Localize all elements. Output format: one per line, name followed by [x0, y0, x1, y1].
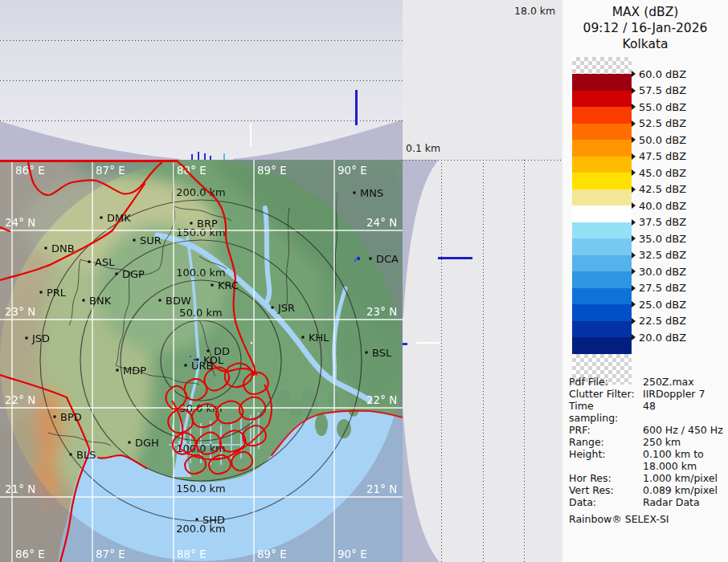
city-dot [370, 258, 372, 260]
tick-label: 40.0 dBZ [639, 200, 686, 212]
radar-echo-projection [438, 257, 472, 259]
tick-label: 50.0 dBZ [639, 134, 686, 146]
latitude-label: 23° N [366, 305, 397, 318]
latitude-label: 23° N [5, 305, 35, 318]
colorbar-tick: 47.5 dBZ [632, 150, 686, 163]
city-label: KHL [309, 332, 329, 344]
tick-label: 30.0 dBZ [639, 266, 686, 278]
city-dot [83, 299, 85, 302]
colorbar-tick: 27.5 dBZ [632, 282, 686, 295]
city-label: BPD [60, 411, 82, 423]
colorbar-tick: 52.5 dBZ [632, 117, 686, 130]
metadata-value: 250Z.max [643, 376, 726, 388]
tick-label: 42.5 dBZ [639, 183, 686, 195]
tick-arrow-icon [632, 235, 636, 242]
city-label: SUR [140, 234, 162, 246]
ppi-map: 50.0 km50.0 km100.0 km100.0 km150.0 km15… [0, 160, 403, 562]
city-label: DGP [122, 268, 145, 280]
tick-arrow-icon [632, 252, 636, 259]
colorbar-tick: 45.0 dBZ [632, 166, 686, 179]
city-label: BRP [197, 218, 218, 230]
city-dot [45, 247, 47, 250]
city-label: BSL [372, 347, 392, 359]
colorbar-tick: 37.5 dBZ [632, 216, 686, 229]
tick-arrow-icon [632, 285, 636, 291]
height-axis-min-label: 0.1 km [406, 142, 440, 154]
city-label: DGH [135, 437, 159, 449]
city-dot [117, 369, 119, 372]
metadata-value: 0.100 km to 18.000 km [643, 448, 726, 472]
tick-label: 52.5 dBZ [639, 117, 686, 129]
tick-label: 37.5 dBZ [639, 216, 686, 228]
longitude-label: 87° E [96, 548, 125, 560]
metadata-value: 600 Hz / 450 Hz [643, 424, 726, 436]
height-gridline-10km [0, 80, 403, 81]
city-label: BNK [89, 295, 112, 307]
city-label: MDP [123, 364, 146, 377]
tick-arrow-icon [632, 301, 636, 307]
longitude-label: 89° E [257, 164, 287, 177]
radar-echo-projection [223, 153, 225, 160]
colorbar-tick: 55.0 dBZ [632, 100, 686, 113]
metadata-label: Range: [569, 436, 643, 448]
colorbar-band [572, 304, 632, 321]
tick-arrow-icon [632, 202, 636, 209]
tick-label: 32.5 dBZ [639, 249, 686, 261]
city-label: JSD [31, 332, 50, 344]
height-axis-max-label: 18.0 km [514, 5, 555, 17]
latitude-label: 24° N [366, 216, 397, 229]
metadata-rows: Pdf File:250Z.maxClutter Filter:IIRDoppl… [569, 376, 726, 508]
metadata-row: Time sampling:48 [569, 400, 726, 424]
colorbar-band [572, 91, 632, 108]
city-dot [190, 222, 193, 225]
city-label: ASL [95, 256, 115, 268]
colorbar-band [572, 255, 632, 272]
colorbar-above-max-checker [572, 57, 632, 74]
tick-arrow-icon [632, 136, 636, 143]
radar-echo [194, 359, 196, 360]
metadata-value: 1.000 km/pixel [643, 472, 726, 484]
colorbar-band [572, 107, 632, 124]
city-dot [196, 519, 198, 521]
metadata-label: PRF: [569, 424, 643, 436]
longitude-label: 90° E [337, 164, 367, 177]
tick-arrow-icon [632, 120, 636, 127]
metadata: Pdf File:250Z.maxClutter Filter:IIRDoppl… [569, 376, 726, 525]
colorbar-tick: 20.0 dBZ [632, 331, 686, 344]
metadata-value: 48 [643, 400, 726, 424]
city-dot [54, 416, 56, 418]
radar-echo-projection [204, 153, 206, 160]
radar-echo-projection [198, 152, 199, 160]
city-dot [366, 352, 368, 354]
metadata-label: Data: [569, 496, 643, 508]
longitude-label: 89° E [257, 548, 287, 560]
city-dot [185, 364, 187, 367]
radar-echo [357, 257, 360, 260]
colorbar-band [572, 173, 632, 189]
right-panel-blind-wedges [403, 160, 567, 562]
station-name: Kolkata [562, 36, 728, 52]
metadata-value: 250 km [643, 436, 726, 448]
colorbar-tick: 32.5 dBZ [632, 249, 686, 262]
metadata-row: Range:250 km [569, 436, 726, 448]
range-ring-label: 200.0 km [176, 186, 226, 198]
metadata-label: Pdf File: [569, 376, 643, 388]
colorbar-tick: 60.0 dBZ [632, 67, 686, 80]
height-gridline-v-10km [483, 160, 484, 562]
colorbar-tick: 30.0 dBZ [632, 265, 686, 278]
city-label: DCA [376, 253, 399, 265]
metadata-row: Pdf File:250Z.max [569, 376, 726, 388]
colorbar-band [572, 321, 632, 338]
metadata-value: 0.089 km/pixel [643, 484, 726, 496]
city-label: MNS [360, 187, 383, 199]
radar-echo-projection [250, 123, 252, 146]
tick-label: 25.0 dBZ [639, 299, 686, 311]
tick-arrow-icon [632, 88, 636, 94]
city-label: BLS [76, 449, 96, 461]
range-ring-label: 100.0 km [176, 267, 226, 279]
metadata-label: Clutter Filter: [569, 388, 643, 400]
map-canvas: 50.0 km50.0 km100.0 km100.0 km150.0 km15… [0, 160, 403, 562]
city-dot [207, 350, 210, 352]
top-projection-panel [0, 0, 403, 160]
radar-echo [190, 356, 191, 357]
